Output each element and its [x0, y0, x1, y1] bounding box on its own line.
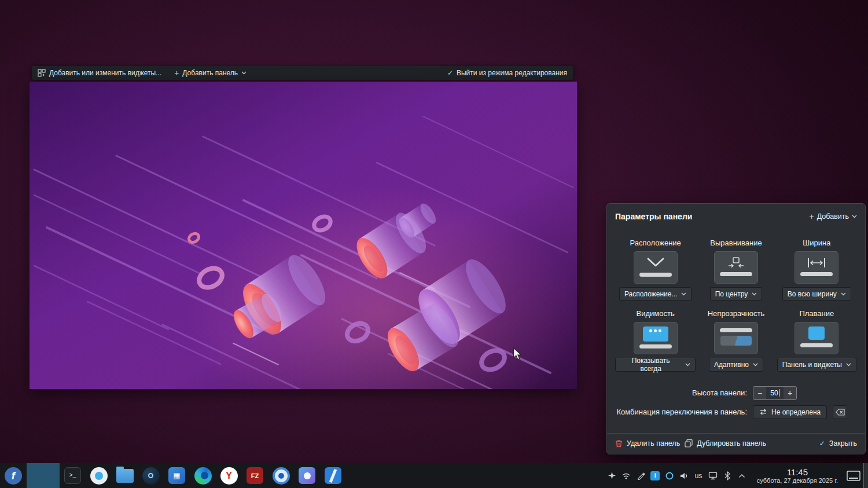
group-position: Расположение Расположение...: [615, 239, 696, 301]
add-widgets-label: Добавить или изменить виджеты...: [49, 69, 161, 77]
taskbar-yandex-button[interactable]: Y: [216, 463, 242, 488]
panel-indicator-button[interactable]: [844, 463, 863, 488]
steam-icon: [142, 467, 160, 485]
taskbar-konsole-button[interactable]: >_: [60, 463, 86, 488]
group-label: Видимость: [637, 309, 675, 318]
height-spinbox: − 50 +: [753, 386, 797, 400]
pen-tray-button[interactable]: [634, 467, 648, 485]
add-widgets-button[interactable]: Добавить или изменить виджеты...: [38, 69, 161, 77]
visibility-select[interactable]: Показывать всегда: [615, 358, 696, 372]
taskbar-edge-button[interactable]: [190, 463, 216, 488]
flow-app-icon: [325, 467, 341, 484]
group-opacity: Непрозрачность Адаптивно: [696, 309, 776, 372]
volume-tray-button[interactable]: [678, 467, 691, 485]
widgets-grid-icon: [38, 69, 46, 77]
backspace-icon: [836, 409, 845, 416]
screens-tray-button[interactable]: [707, 467, 720, 485]
dialog-add-button[interactable]: + Добавить: [810, 212, 857, 221]
chevron-down-icon: [685, 363, 690, 366]
network-tray-button[interactable]: [620, 467, 633, 485]
taskbar-filezilla-button[interactable]: FZ: [242, 463, 268, 488]
floating-select[interactable]: Панель и виджеты: [777, 358, 856, 372]
group-label: Непрозрачность: [708, 309, 765, 318]
taskbar-dolphin-button[interactable]: [112, 463, 138, 488]
close-dialog-button[interactable]: ✓ Закрыть: [819, 439, 857, 447]
taskbar-panel: f >_ ▦ Y FZ: [0, 463, 868, 488]
chevron-down-icon: [841, 292, 846, 296]
exit-edit-mode-button[interactable]: ✓ Выйти из режима редактирования: [447, 69, 567, 77]
taskbar-flow-button[interactable]: [320, 463, 346, 488]
shortcut-button[interactable]: Не определена: [753, 405, 827, 419]
mini-panel-bar: [720, 272, 752, 276]
blue-app-icon: ▦: [168, 467, 185, 484]
height-increase-button[interactable]: +: [784, 387, 796, 399]
expand-tray-button[interactable]: [735, 467, 749, 485]
mini-panel-bar: [639, 273, 672, 277]
clock-time: 11:45: [787, 467, 808, 477]
wallpaper-art: [30, 82, 577, 389]
add-panel-label: Добавить панель: [182, 69, 238, 77]
dialog-add-label: Добавить: [817, 212, 849, 221]
shortcut-clear-button[interactable]: [833, 405, 847, 419]
taskbar-chromium-button[interactable]: [268, 463, 294, 488]
panel-shortcut-row: Комбинация переключения в панель: Не опр…: [615, 405, 857, 419]
mini-panel-bar: [639, 344, 672, 348]
edit-mode-bar: Добавить или изменить виджеты... + Добав…: [32, 66, 573, 80]
opacity-select[interactable]: Адаптивно: [709, 358, 763, 372]
add-panel-button[interactable]: + Добавить панель: [174, 69, 247, 77]
taskbar-discover-button[interactable]: [86, 463, 112, 488]
dialog-divider: [607, 433, 865, 434]
desktop-wallpaper[interactable]: [30, 82, 577, 389]
dialog-footer: Удалить панель Дублировать панель ✓ Закр…: [615, 436, 857, 452]
active-task-button[interactable]: [27, 463, 60, 488]
alignment-value: По центру: [715, 290, 748, 298]
sparkle-icon: [608, 471, 616, 480]
display-icon: [708, 471, 718, 480]
info-center-tray-button[interactable]: i: [649, 467, 662, 485]
height-decrease-button[interactable]: −: [753, 387, 766, 399]
zen-app-icon: [299, 467, 315, 484]
taskbar-steam-button[interactable]: [138, 463, 164, 488]
app-launcher-button[interactable]: f: [0, 463, 27, 488]
widgets-tray-button[interactable]: [605, 467, 619, 485]
pen-icon: [637, 471, 645, 480]
panel-bottom-edge-icon: [644, 256, 667, 269]
duplicate-icon: [685, 439, 693, 447]
height-input[interactable]: 50: [766, 387, 784, 399]
visibility-preview: [634, 322, 678, 354]
opacity-preview: [714, 322, 758, 354]
ring-icon: [665, 471, 674, 480]
digital-clock[interactable]: 11:45 суббота, 27 декабря 2025 г.: [757, 467, 838, 485]
mini-panel-bar: [720, 328, 752, 332]
mini-floating-panel: [808, 326, 825, 340]
position-select[interactable]: Расположение...: [619, 287, 692, 301]
taskbar-zen-button[interactable]: [294, 463, 320, 488]
duplicate-panel-button[interactable]: Дублировать панель: [685, 439, 766, 447]
alignment-select[interactable]: По центру: [710, 287, 763, 301]
fedora-logo-icon: f: [5, 467, 22, 485]
position-preview: [634, 251, 678, 284]
check-icon: ✓: [819, 439, 825, 447]
keyboard-layout-button[interactable]: us: [692, 467, 705, 485]
width-select[interactable]: Во всю ширину: [782, 287, 851, 301]
swap-arrows-icon: [759, 409, 767, 415]
torrent-tray-button[interactable]: [663, 467, 676, 485]
chromium-browser-icon: [273, 467, 290, 485]
shortcut-value: Не определена: [771, 408, 821, 416]
dialog-title: Параметры панели: [615, 212, 692, 221]
taskbar-blue-app-button[interactable]: ▦: [164, 463, 190, 488]
delete-panel-button[interactable]: Удалить панель: [615, 439, 680, 447]
discover-icon: [90, 467, 108, 485]
clock-date: суббота, 27 декабря 2025 г.: [757, 477, 838, 485]
floating-preview: [795, 322, 838, 354]
chevron-down-icon: [681, 292, 686, 296]
group-width: Ширина Во всю ширину: [777, 239, 857, 301]
plus-icon: +: [810, 212, 814, 221]
file-manager-icon: [116, 469, 134, 483]
mini-panel-bar: [800, 343, 833, 347]
bluetooth-tray-button[interactable]: [721, 467, 734, 485]
show-desktop-button[interactable]: [863, 463, 868, 488]
chevron-up-icon: [738, 474, 745, 478]
floating-value: Панель и виджеты: [782, 361, 842, 369]
position-value: Расположение...: [624, 290, 678, 298]
